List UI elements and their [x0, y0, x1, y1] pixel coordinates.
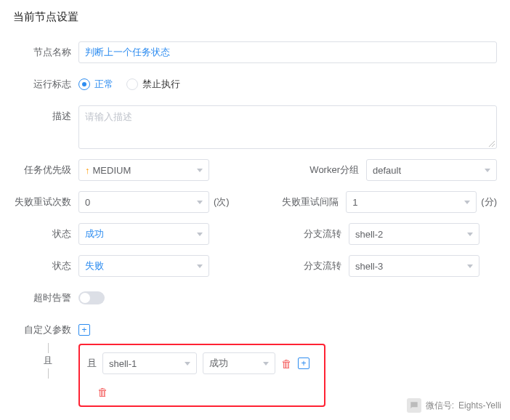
chevron-down-icon	[197, 233, 203, 236]
radio-forbid-label: 禁止执行	[142, 73, 180, 95]
add-condition-icon[interactable]: +	[298, 358, 309, 369]
status2-value: 失败	[85, 259, 104, 272]
chevron-down-icon	[197, 169, 203, 172]
chevron-down-icon	[197, 264, 203, 268]
condition-result-select[interactable]: 成功	[203, 352, 275, 374]
chevron-down-icon	[185, 362, 190, 366]
arrow-up-icon: ↑	[85, 165, 90, 176]
add-param-icon[interactable]: +	[78, 324, 90, 336]
chevron-down-icon	[464, 201, 470, 204]
footer-label: 微信号:	[426, 400, 454, 412]
run-flag-normal-radio[interactable]: 正常	[78, 73, 113, 95]
worker-group-value: default	[373, 165, 401, 176]
status1-select[interactable]: 成功	[78, 223, 209, 245]
delete-group-icon[interactable]: 🗑	[97, 386, 108, 398]
status2-label: 状态	[13, 255, 78, 277]
worker-group-select[interactable]: default	[366, 159, 497, 181]
priority-value: ↑MEDIUM	[85, 165, 131, 176]
timeout-toggle[interactable]	[78, 291, 105, 304]
retry-count-label: 失败重试次数	[13, 191, 78, 213]
retry-interval-select[interactable]: 1	[346, 191, 477, 213]
run-flag-group: 正常 禁止执行	[78, 73, 180, 95]
condition-shell-select[interactable]: shell-1	[102, 352, 197, 374]
branch1-label: 分支流转	[283, 223, 349, 245]
branch2-select[interactable]: shell-3	[349, 255, 479, 277]
worker-group-label: Worker分组	[301, 159, 366, 181]
condition-shell-value: shell-1	[109, 358, 137, 369]
panel-title: 当前节点设置	[0, 0, 510, 34]
radio-dot-icon	[78, 78, 90, 90]
branch2-label: 分支流转	[283, 255, 349, 277]
radio-normal-label: 正常	[94, 73, 113, 95]
retry-interval-unit: (分)	[481, 195, 497, 209]
retry-interval-label: 失败重试间隔	[280, 191, 346, 213]
timeout-label: 超时告警	[13, 287, 78, 309]
and-inline: 且	[87, 357, 97, 370]
branch1-value: shell-2	[355, 229, 383, 240]
footer-value: Eights-Yelli	[458, 400, 501, 411]
chat-bubble-icon	[407, 398, 421, 413]
condition-result-value: 成功	[209, 357, 228, 370]
chevron-down-icon	[263, 362, 269, 366]
priority-label: 任务优先级	[13, 159, 78, 181]
description-label: 描述	[13, 105, 78, 127]
description-textarea[interactable]: 请输入描述	[78, 105, 497, 149]
status2-select[interactable]: 失败	[78, 255, 209, 277]
status1-label: 状态	[13, 223, 78, 245]
description-placeholder: 请输入描述	[85, 111, 132, 122]
condition-redbox: 且 shell-1 成功 🗑 + 🗑	[78, 344, 325, 407]
retry-count-unit: (次)	[214, 195, 230, 209]
and-text: 且	[44, 355, 52, 367]
radio-dot-icon	[126, 78, 138, 90]
run-flag-forbid-radio[interactable]: 禁止执行	[126, 73, 180, 95]
delete-condition-icon[interactable]: 🗑	[281, 358, 292, 370]
custom-params-label: 自定义参数	[13, 319, 78, 341]
retry-count-select[interactable]: 0	[78, 191, 209, 213]
and-connector: 且	[44, 343, 52, 379]
node-name-label: 节点名称	[13, 41, 78, 63]
chevron-down-icon	[485, 169, 490, 172]
chevron-down-icon	[197, 201, 203, 204]
footer-wechat: 微信号: Eights-Yelli	[407, 398, 501, 413]
branch1-select[interactable]: shell-2	[349, 223, 479, 245]
branch2-value: shell-3	[355, 261, 383, 272]
run-flag-label: 运行标志	[13, 73, 78, 95]
node-name-value: 判断上一个任务状态	[85, 46, 170, 59]
status1-value: 成功	[85, 227, 104, 241]
retry-count-value: 0	[85, 197, 90, 208]
chevron-down-icon	[467, 233, 473, 236]
chevron-down-icon	[467, 264, 473, 268]
retry-interval-value: 1	[352, 197, 357, 208]
node-name-input[interactable]: 判断上一个任务状态	[78, 41, 497, 63]
priority-select[interactable]: ↑MEDIUM	[78, 159, 209, 181]
